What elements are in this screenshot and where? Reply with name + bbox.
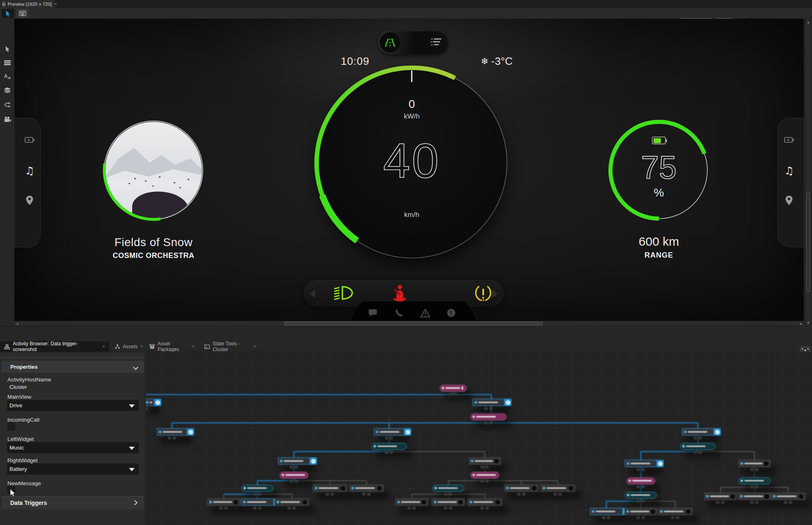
- graph-port[interactable]: [642, 500, 645, 502]
- pointer-tool-button[interactable]: [2, 9, 14, 18]
- graph-node[interactable]: [739, 477, 771, 484]
- node-check-icon[interactable]: ✓: [714, 428, 721, 436]
- connections-button[interactable]: [4, 101, 11, 108]
- table-view-button[interactable]: [4, 59, 11, 66]
- message-icon[interactable]: [368, 308, 378, 318]
- graph-node[interactable]: [275, 498, 309, 506]
- graph-port[interactable]: [295, 466, 298, 468]
- graph-port[interactable]: [699, 451, 702, 454]
- select-tool-button[interactable]: [4, 45, 11, 52]
- tab-preview[interactable]: ▶ Preview [1920 x 720] ×: [0, 0, 55, 8]
- graph-port[interactable]: [331, 493, 334, 495]
- graph-port[interactable]: [484, 407, 487, 410]
- phone-icon[interactable]: [394, 308, 404, 318]
- close-icon[interactable]: ×: [140, 344, 143, 349]
- node-check-icon[interactable]: ✓: [657, 460, 664, 467]
- graph-port[interactable]: [522, 493, 525, 495]
- graph-port[interactable]: [699, 437, 702, 439]
- node-check-icon[interactable]: ✓: [505, 399, 512, 406]
- rightwidget-dropdown[interactable]: Battery: [7, 463, 139, 475]
- graph-port[interactable]: [755, 486, 758, 488]
- graph-port[interactable]: [694, 437, 697, 439]
- scroll-left-icon[interactable]: ◂: [14, 321, 20, 326]
- graph-node[interactable]: [241, 485, 273, 492]
- warning-icon[interactable]: [420, 308, 430, 318]
- layers-button[interactable]: [4, 87, 11, 94]
- graph-node[interactable]: [739, 460, 771, 467]
- graph-node[interactable]: ✓: [374, 428, 404, 436]
- graph-node[interactable]: [680, 443, 716, 450]
- graph-port[interactable]: [253, 507, 256, 509]
- graph-port[interactable]: [290, 466, 293, 468]
- carousel-left-arrow-icon[interactable]: [310, 290, 315, 298]
- graph-node[interactable]: [625, 492, 657, 499]
- horizontal-scrollbar[interactable]: ◂ ▸: [14, 321, 804, 326]
- graph-port[interactable]: [385, 451, 388, 454]
- graph-port[interactable]: [559, 493, 562, 495]
- graph-node[interactable]: [470, 413, 507, 420]
- tab-asset-packages[interactable]: Asset Packages ×: [145, 341, 199, 352]
- music-widget-icon[interactable]: ♫: [23, 164, 36, 177]
- graph-node[interactable]: [280, 472, 308, 479]
- graph-port[interactable]: [146, 407, 148, 410]
- graph-port[interactable]: [449, 393, 452, 395]
- graph-port[interactable]: [168, 437, 171, 439]
- graph-node[interactable]: [624, 508, 657, 515]
- graph-node[interactable]: [470, 472, 499, 479]
- list-view-toggle[interactable]: [431, 37, 441, 46]
- graph-port[interactable]: [750, 468, 753, 471]
- drive-mode-toggle[interactable]: [378, 31, 448, 54]
- graph-node[interactable]: [468, 498, 502, 506]
- graph-port[interactable]: [755, 468, 758, 471]
- graph-port[interactable]: [676, 516, 679, 519]
- graph-port[interactable]: [694, 451, 697, 454]
- mainview-dropdown[interactable]: Drive: [7, 400, 139, 411]
- graph-node[interactable]: ✓: [682, 428, 714, 436]
- graph-node[interactable]: ✓: [625, 460, 657, 467]
- graph-port[interactable]: [449, 493, 452, 495]
- battery-widget-icon[interactable]: [23, 134, 36, 146]
- graph-port[interactable]: [602, 516, 605, 519]
- node-check-icon[interactable]: ✓: [404, 428, 411, 436]
- graph-node[interactable]: [626, 477, 655, 484]
- graph-port[interactable]: [367, 493, 370, 495]
- graph-node[interactable]: ✓: [590, 508, 623, 515]
- close-icon[interactable]: ×: [54, 2, 57, 7]
- graph-node[interactable]: [313, 484, 347, 492]
- graph-port[interactable]: [517, 493, 520, 495]
- graph-port[interactable]: [444, 507, 447, 509]
- lane-assist-toggle-knob[interactable]: [380, 32, 400, 52]
- graph-port[interactable]: [637, 516, 640, 519]
- graph-port[interactable]: [220, 507, 222, 509]
- graph-node[interactable]: [704, 493, 737, 500]
- graph-node[interactable]: [738, 493, 771, 500]
- incomingcall-checkbox[interactable]: [7, 423, 15, 430]
- navigation-widget-icon[interactable]: [23, 194, 36, 207]
- graph-port[interactable]: [326, 493, 329, 495]
- close-icon[interactable]: ×: [102, 344, 105, 349]
- graph-port[interactable]: [408, 507, 411, 509]
- scroll-up-icon[interactable]: ▴: [805, 20, 811, 25]
- keyboard-tool-button[interactable]: [16, 9, 29, 18]
- graph-port[interactable]: [486, 480, 489, 482]
- graph-node[interactable]: [349, 484, 384, 492]
- node-check-icon[interactable]: ✓: [187, 428, 194, 436]
- graph-port[interactable]: [444, 493, 447, 495]
- graph-port[interactable]: [413, 507, 415, 509]
- graph-node[interactable]: [432, 498, 465, 506]
- right-edge-widget-selector[interactable]: ♫: [778, 118, 804, 247]
- graph-port[interactable]: [716, 501, 719, 504]
- graph-node[interactable]: ✓: [278, 457, 310, 465]
- graph-port[interactable]: [750, 486, 753, 488]
- graph-port[interactable]: [253, 493, 256, 495]
- graph-port[interactable]: [258, 507, 261, 509]
- graph-node[interactable]: ✓: [241, 498, 274, 506]
- graph-port[interactable]: [489, 422, 492, 424]
- data-triggers-section[interactable]: Data Triggers: [2, 496, 144, 509]
- node-check-icon[interactable]: ✓: [154, 399, 161, 406]
- graph-port[interactable]: [755, 501, 758, 504]
- graph-port[interactable]: [390, 451, 393, 454]
- left-edge-widget-selector[interactable]: ♫: [14, 118, 41, 247]
- activity-graph-canvas[interactable]: ✓✓✓✓✓✓✓✓✓: [146, 352, 812, 525]
- graph-port[interactable]: [637, 468, 640, 471]
